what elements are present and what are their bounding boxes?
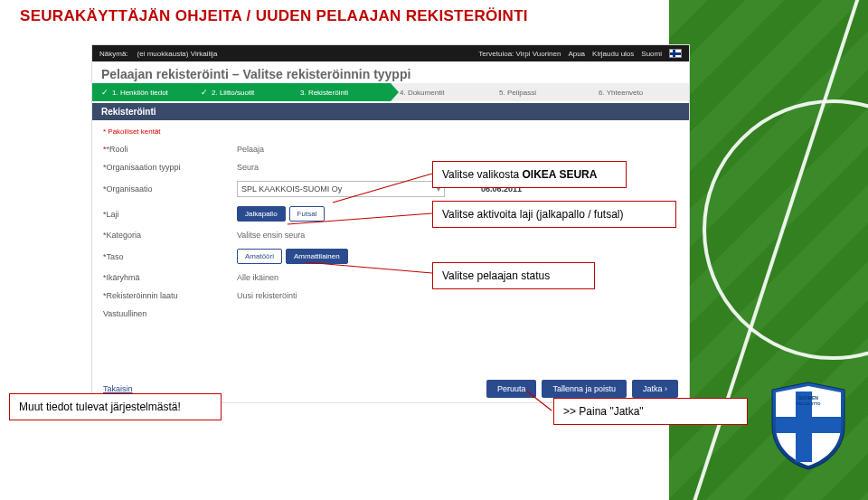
section-header: Rekisteröinti xyxy=(92,103,689,120)
step-2[interactable]: ✓2. Liitto/suotit xyxy=(192,83,291,101)
callout-seura: Valitse valikosta OIKEA SEURA xyxy=(432,161,627,188)
label-text: *Laji xyxy=(103,210,119,219)
pill-futsal[interactable]: Futsal xyxy=(289,206,326,222)
link-takaisin[interactable]: Takaisin xyxy=(103,384,133,393)
callout-laji: Valitse aktivoita laji (jalkapallo / fut… xyxy=(432,201,676,228)
step-label: 2. Liitto/suotit xyxy=(212,89,254,97)
slide-stage: SEURAKÄYTTÄJÄN OHJEITA / UUDEN PELAAJAN … xyxy=(0,0,868,500)
button-tallenna[interactable]: Tallenna ja poistu xyxy=(542,380,627,398)
label-vastuullinen: Vastuullinen xyxy=(103,309,230,318)
topbar-nakyma-label: Näkymä: xyxy=(99,50,128,58)
label-taso: *Taso xyxy=(103,252,230,261)
step-3[interactable]: 3. Rekisteröinti xyxy=(291,83,391,101)
callout-text: Valitse valikosta OIKEA SEURA xyxy=(442,168,597,181)
palloliitto-crest-icon: SUOMEN PALLOLIITTO xyxy=(769,381,848,471)
value-rekisterointi-laatu: Uusi rekisteröinti xyxy=(237,291,678,300)
callout-jarjestelma: Muut tiedot tulevat järjestelmästä! xyxy=(9,393,222,420)
slide-title: SEURAKÄYTTÄJÄN OHJEITA / UUDEN PELAAJAN … xyxy=(20,7,528,25)
step-label: 6. Yhteenveto xyxy=(599,89,643,97)
label-text: *Organisaation tyyppi xyxy=(103,163,181,172)
svg-text:PALLOLIITTO: PALLOLIITTO xyxy=(796,401,821,406)
step-6[interactable]: 6. Yhteenveto xyxy=(590,83,689,101)
label-rooli: **Rooli xyxy=(103,145,230,154)
label-text: *Rekisteröinnin laatu xyxy=(103,291,178,300)
step-label: 5. Pelipassi xyxy=(499,89,536,97)
label-kategoria: *Kategoria xyxy=(103,231,230,240)
required-note: * Pakolliset kentät xyxy=(103,127,678,136)
topbar-logout-link[interactable]: Kirjaudu ulos xyxy=(592,50,634,58)
svg-text:SUOMEN: SUOMEN xyxy=(798,395,818,401)
label-text: Vastuullinen xyxy=(103,309,146,318)
button-peruuta[interactable]: Peruuta xyxy=(486,380,537,398)
label-org-type: *Organisaation tyyppi xyxy=(103,163,230,172)
topbar-lang[interactable]: Suomi xyxy=(641,50,662,58)
dropdown-value: SPL KAAKKOIS-SUOMI Oy xyxy=(241,184,342,193)
label-ikaryhma: *Ikäryhmä xyxy=(103,273,230,282)
step-label: 3. Rekisteröinti xyxy=(300,89,348,97)
value-rooli: Pelaaja xyxy=(237,145,678,154)
app-topbar: Näkymä: (ei muokkausta) Virkailija Terve… xyxy=(92,45,689,61)
step-4[interactable]: 4. Dokumentit xyxy=(391,83,490,101)
check-icon: ✓ xyxy=(101,88,108,97)
step-label: 1. Henkilön tiedot xyxy=(112,89,168,97)
step-label: 4. Dokumentit xyxy=(400,89,444,97)
label-rekisterointi-laatu: *Rekisteröinnin laatu xyxy=(103,291,230,300)
label-text: *Organisaatio xyxy=(103,184,153,193)
value-kategoria: Valitse ensin seura xyxy=(237,231,678,240)
step-5[interactable]: 5. Pelipassi xyxy=(490,83,590,101)
dropdown-organisaatio[interactable]: SPL KAAKKOIS-SUOMI Oy ▾ xyxy=(237,181,445,197)
label-organisaatio: *Organisaatio xyxy=(103,184,230,193)
label-text: *Rooli xyxy=(107,145,128,154)
button-jatka[interactable]: Jatka xyxy=(632,380,678,398)
step-1[interactable]: ✓1. Henkilön tiedot xyxy=(92,83,192,101)
label-text: *Taso xyxy=(103,252,124,261)
callout-jatka: >> Paina "Jatka" xyxy=(553,398,748,425)
pill-ammattilainen[interactable]: Ammattilainen xyxy=(286,249,348,264)
topbar-help-link[interactable]: Apua xyxy=(568,50,585,58)
check-icon: ✓ xyxy=(201,88,208,97)
topbar-role[interactable]: (ei muokkausta) Virkailija xyxy=(137,50,218,58)
page-title: Pelaajan rekisteröinti – Valitse rekiste… xyxy=(92,61,689,83)
pill-jalkapallo[interactable]: Jalkapallo xyxy=(237,206,286,222)
flag-fi-icon xyxy=(669,49,682,58)
label-text: *Kategoria xyxy=(103,231,141,240)
pill-amatoori[interactable]: Amatööri xyxy=(237,249,282,264)
label-text: *Ikäryhmä xyxy=(103,273,140,282)
label-laji: *Laji xyxy=(103,210,230,219)
wizard-steps: ✓1. Henkilön tiedot ✓2. Liitto/suotit 3.… xyxy=(92,83,689,101)
topbar-user: Tervetuloa: Virpi Vuorinen xyxy=(478,50,561,58)
callout-status: Valitse pelaajan status xyxy=(432,262,595,289)
